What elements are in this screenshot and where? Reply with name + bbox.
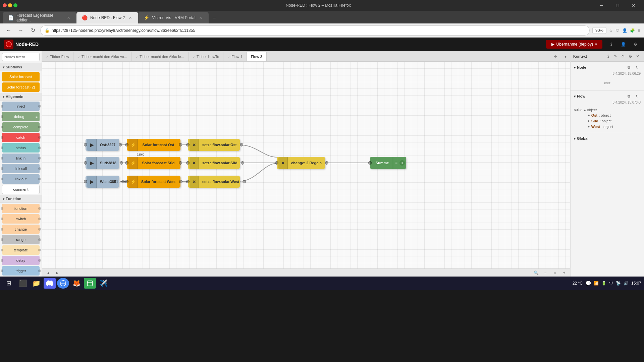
node-template[interactable]: template — [2, 245, 40, 255]
zoom-level[interactable]: 90% — [592, 27, 606, 34]
taskbar-firefox[interactable]: 🦊 — [70, 278, 83, 289]
context-node-header[interactable]: Node — [574, 64, 586, 71]
sidebar-section-subflows[interactable]: Subflows — [0, 63, 42, 71]
node-solar-forecast[interactable]: Solar forecast — [2, 72, 40, 81]
flow-canvas[interactable]: ▶ Ost:3227 ⚡ Solar forecast Ost 21/60 ✕ … — [42, 62, 570, 268]
tab-close-3[interactable]: ✕ — [198, 15, 203, 20]
node-debug[interactable]: debug ≡ — [2, 112, 40, 121]
canvas-node-ost-in[interactable]: ▶ Ost:3227 — [86, 139, 119, 151]
context-close-icon[interactable]: ✕ — [634, 53, 641, 60]
info-icon[interactable]: ℹ — [606, 40, 616, 49]
canvas-scroll-right[interactable]: ▸ — [54, 269, 61, 276]
nodes-filter-input[interactable] — [2, 53, 40, 61]
node-change[interactable]: change — [2, 225, 40, 234]
canvas-node-set-west[interactable]: ✕ setze flow.solar.West — [188, 176, 240, 188]
node-trigger[interactable]: trigger — [2, 266, 40, 276]
taskbar-sheets[interactable] — [84, 278, 96, 289]
menu-icon[interactable]: ≡ — [638, 28, 640, 33]
flow-context-copy-icon[interactable]: ⧉ — [625, 93, 633, 100]
canvas-zoom-out[interactable]: − — [542, 269, 549, 276]
flow-tab-tibber-akku1[interactable]: ✓ Tibber macht den Akku vo... — [73, 52, 131, 61]
maximize-button[interactable]: □ — [610, 0, 625, 11]
taskbar-browser[interactable] — [57, 278, 69, 289]
settings-icon[interactable]: ⚙ — [631, 40, 640, 49]
url-input[interactable]: 🔒 https://287125-nodered.proxyrelay8.vic… — [40, 25, 590, 36]
canvas-scroll-left[interactable]: ◂ — [45, 269, 51, 276]
browser-tab-3[interactable]: ⚡ Victron Vis - VRM Portal ✕ — [138, 12, 209, 23]
canvas-node-set-sud[interactable]: ✕ setze flow.solar.Süd — [188, 157, 240, 169]
flow-tab-menu-button[interactable]: ▾ — [561, 52, 570, 61]
tab-close-1[interactable]: ✕ — [66, 15, 71, 20]
sidebar-section-allgemein[interactable]: Allgemein — [0, 93, 42, 101]
taskbar-start-button[interactable]: ⊞ — [3, 278, 15, 289]
node-link-out[interactable]: link out — [2, 174, 40, 184]
node-delay[interactable]: delay — [2, 256, 40, 265]
canvas-node-sf-west[interactable]: ⚡ Solar forecast West — [127, 176, 180, 188]
forward-button[interactable]: → — [16, 26, 25, 35]
node-complete[interactable]: complete — [2, 122, 40, 132]
node-context-copy-icon[interactable]: ⧉ — [625, 64, 633, 71]
context-flow-header[interactable]: Flow — [574, 93, 585, 100]
flow-tab-tibber-flow[interactable]: ✓ Tibber Flow — [42, 52, 73, 61]
profile-icon[interactable]: 👤 — [622, 28, 627, 33]
canvas-node-set-ost[interactable]: ✕ setze flow.solar.Ost — [188, 139, 240, 151]
context-flow-label: Flow — [577, 94, 585, 98]
context-settings-icon[interactable]: ⚙ — [627, 53, 634, 60]
canvas-node-change[interactable]: ✕ change: 2 Regeln — [277, 157, 325, 169]
extensions-icon[interactable]: 🧩 — [630, 28, 635, 33]
canvas-node-west-in[interactable]: ▶ West:3851 — [86, 176, 119, 188]
window-controls[interactable]: ─ □ ✕ — [594, 0, 641, 11]
canvas-zoom-reset[interactable]: ○ — [551, 269, 558, 276]
add-flow-tab-button[interactable]: + — [550, 52, 561, 61]
canvas-node-summe[interactable]: Summe ≡ ● — [370, 157, 406, 169]
set-west-icon: ✕ — [190, 176, 199, 188]
node-comment[interactable]: comment — [2, 185, 40, 194]
context-edit-icon[interactable]: ✎ — [612, 53, 619, 60]
node-context-refresh-icon[interactable]: ↻ — [633, 64, 641, 71]
taskbar-telegram[interactable]: ✈️ — [97, 278, 109, 289]
context-global-header[interactable]: Global — [574, 135, 641, 142]
flow-tab-flow1[interactable]: ✓ Flow 1 — [223, 52, 247, 61]
flow-tab-label-1: Tibber Flow — [50, 55, 69, 59]
node-status[interactable]: status — [2, 143, 40, 153]
refresh-button[interactable]: ↻ — [28, 26, 38, 35]
deploy-button[interactable]: ▶ Übernahme (deploy) ▾ — [546, 40, 602, 49]
node-link-in[interactable]: link in — [2, 154, 40, 163]
tab-close-2[interactable]: ✕ — [127, 15, 133, 20]
flow-tab-tibber-akku2[interactable]: ✓ Tibber macht den Akku le... — [131, 52, 189, 61]
flow-tab-flow2[interactable]: Flow 2 — [247, 52, 267, 61]
new-tab-button[interactable]: + — [209, 13, 219, 23]
taskbar-terminal[interactable]: ⬛ — [17, 278, 29, 289]
browser-tab-2[interactable]: 🔴 Node-RED : Flow 2 ✕ — [76, 12, 138, 23]
bookmark-icon[interactable]: ☆ — [609, 28, 613, 33]
canvas-node-sud-in[interactable]: ▶ Süd:3818 — [86, 157, 119, 169]
tab-favicon-1: 📄 — [8, 15, 14, 20]
canvas-search-icon[interactable]: 🔍 — [533, 269, 539, 276]
minimize-button[interactable]: ─ — [594, 0, 609, 11]
node-switch[interactable]: switch — [2, 214, 40, 224]
close-button[interactable]: ✕ — [626, 0, 641, 11]
context-refresh-icon[interactable]: ↻ — [619, 53, 627, 60]
summe-menu-icon[interactable]: ≡ — [393, 157, 399, 169]
user-icon[interactable]: 👤 — [619, 40, 628, 49]
canvas-node-sf-sud[interactable]: ⚡ Solar forecast Süd — [127, 157, 180, 169]
node-solar-forecast-2[interactable]: Solar forecast (2) — [2, 82, 40, 92]
taskbar-files[interactable]: 📁 — [30, 278, 42, 289]
node-range[interactable]: range — [2, 235, 40, 244]
canvas-zoom-in[interactable]: + — [561, 269, 568, 276]
taskbar-discord[interactable] — [44, 278, 56, 289]
canvas-node-sf-ost[interactable]: ⚡ Solar forecast Ost 21/60 — [127, 139, 180, 151]
flow-tab-tibber-howto[interactable]: ✓ Tibber HowTo — [189, 52, 223, 61]
context-info-icon[interactable]: ℹ — [604, 53, 612, 60]
flow-context-refresh-icon[interactable]: ↻ — [633, 93, 641, 100]
node-function[interactable]: function — [2, 204, 40, 213]
node-link-call[interactable]: link call — [2, 164, 40, 173]
node-inject[interactable]: inject — [2, 102, 40, 111]
port-right-inject — [38, 105, 41, 108]
node-catch[interactable]: catch — [2, 133, 40, 142]
back-button[interactable]: ← — [4, 26, 13, 35]
sidebar-section-funktion[interactable]: Funktion — [0, 195, 42, 203]
context-node-section: Node ⧉ ↻ 6.4.2024, 15:06:29 leer — [571, 62, 644, 90]
west-in-icon: ▶ — [87, 176, 97, 188]
browser-tab-1[interactable]: 📄 Forecast Ergebnisse addier... ✕ — [3, 12, 76, 23]
